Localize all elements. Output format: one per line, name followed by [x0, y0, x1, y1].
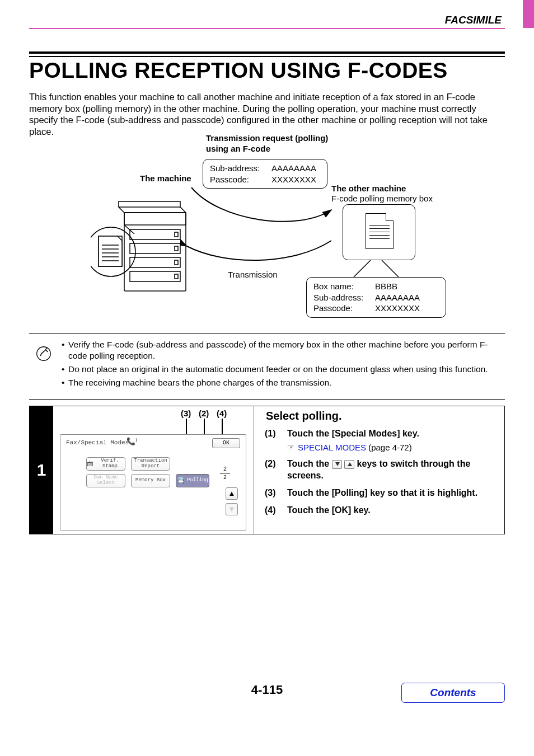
down-key-icon: [332, 460, 342, 469]
fcode-sub-value: AAAAAAAA: [271, 163, 316, 174]
diagram-other-label: The other machine: [331, 184, 406, 193]
svg-rect-0: [124, 213, 186, 291]
memory-doc-icon: [366, 213, 394, 249]
page-indicator: 2 2: [217, 466, 233, 481]
memory-sub-value: AAAAAAAA: [375, 292, 420, 303]
step-number: 1: [30, 406, 53, 534]
step-item-num: (4): [265, 505, 279, 516]
step-illustration: (3) (2) (4) Fax/Special Modes 📞⁾ OK 🖄 Ve…: [53, 406, 254, 534]
step-item-text: Touch the [OK] key.: [287, 505, 371, 515]
section-color-bar: [523, 0, 534, 28]
page-title: POLLING RECEPTION USING F-CODES: [29, 58, 448, 83]
svg-point-18: [37, 347, 51, 361]
marker-4: (4): [217, 408, 227, 418]
note-icon: [36, 346, 51, 361]
up-key-icon: [344, 460, 354, 469]
memory-pass-value: XXXXXXXX: [375, 303, 420, 314]
section-rule: [29, 28, 505, 29]
own-name-select-button[interactable]: Own Name Select: [86, 474, 125, 487]
polling-button[interactable]: 📇 Polling: [176, 474, 209, 487]
step-heading: Select polling.: [266, 410, 501, 422]
svg-rect-8: [175, 260, 178, 265]
contents-button[interactable]: Contents: [401, 683, 505, 703]
ok-button[interactable]: OK: [212, 438, 240, 448]
page-up-button[interactable]: ▲: [226, 487, 238, 500]
connector-lines: [348, 257, 415, 280]
memory-sub-label: Sub-address:: [313, 292, 375, 303]
panel-phone-icon: 📞⁾: [127, 437, 137, 445]
step-item-text: Touch the [Special Modes] key.: [287, 429, 419, 438]
page-down-button[interactable]: ▼: [226, 503, 238, 515]
marker-3: (3): [181, 408, 191, 418]
step-item-text: Touch the [Polling] key so that it is hi…: [287, 488, 477, 497]
diagram-request-title: Transmission request (polling) using an …: [206, 133, 335, 154]
verif-stamp-button[interactable]: 🖄 Verif. Stamp: [86, 457, 125, 471]
memory-box-button[interactable]: Memory Box: [131, 474, 170, 487]
memory-name-value: BBBB: [375, 281, 397, 292]
link-after: (page 4-72): [366, 443, 412, 452]
polling-icon: 📇: [177, 477, 185, 484]
marker-2: (2): [199, 408, 209, 418]
svg-rect-7: [175, 246, 178, 251]
step-item-num: (3): [265, 487, 279, 499]
memory-pass-label: Passcode:: [313, 303, 375, 314]
diagram-other-sub: F-code polling memory box: [331, 194, 433, 203]
svg-rect-1: [124, 213, 186, 225]
page-current: 2: [217, 466, 233, 473]
title-rule-thick: [29, 51, 505, 54]
note-item: Do not place an original in the automati…: [62, 364, 505, 375]
other-machine-box: [343, 204, 415, 260]
verif-stamp-label: Verif. Stamp: [95, 458, 125, 469]
section-label: FACSIMILE: [445, 14, 502, 26]
arrow-transmission: [180, 238, 337, 277]
step-item-text-a: Touch the: [287, 459, 332, 468]
stamp-icon: 🖄: [87, 461, 93, 467]
diagram-machine-label: The machine: [140, 173, 191, 183]
page-total: 2: [217, 475, 233, 481]
title-rule-thin: [29, 56, 505, 57]
diagram: Transmission request (polling) using an …: [29, 129, 505, 325]
svg-rect-9: [175, 274, 178, 279]
svg-rect-2: [130, 229, 180, 240]
svg-rect-3: [130, 243, 180, 253]
ui-panel: Fax/Special Modes 📞⁾ OK 🖄 Verif. Stamp T…: [60, 434, 246, 530]
special-modes-link[interactable]: SPECIAL MODES: [298, 443, 366, 452]
step-block: 1 (3) (2) (4) Fax/Special Modes 📞⁾ OK 🖄: [29, 406, 505, 534]
panel-title: Fax/Special Modes: [66, 439, 129, 446]
memory-name-label: Box name:: [313, 281, 375, 292]
diagram-memory-box: Box name:BBBB Sub-address:AAAAAAAA Passc…: [306, 277, 446, 318]
fcode-sub-label: Sub-address:: [210, 163, 271, 174]
polling-label: Polling: [187, 478, 208, 483]
note-item: Verify the F-code (sub-address and passc…: [62, 339, 505, 361]
svg-rect-6: [175, 232, 178, 237]
notes-block: Verify the F-code (sub-address and passc…: [29, 333, 505, 400]
step-item-num: (2): [265, 458, 279, 482]
pointer-icon: ☞: [287, 442, 294, 452]
svg-rect-5: [130, 271, 180, 281]
svg-rect-4: [130, 257, 180, 267]
step-item-num: (1): [265, 428, 279, 453]
transaction-report-button[interactable]: Transaction Report: [131, 457, 170, 471]
note-item: The receiving machine bears the phone ch…: [62, 377, 505, 388]
